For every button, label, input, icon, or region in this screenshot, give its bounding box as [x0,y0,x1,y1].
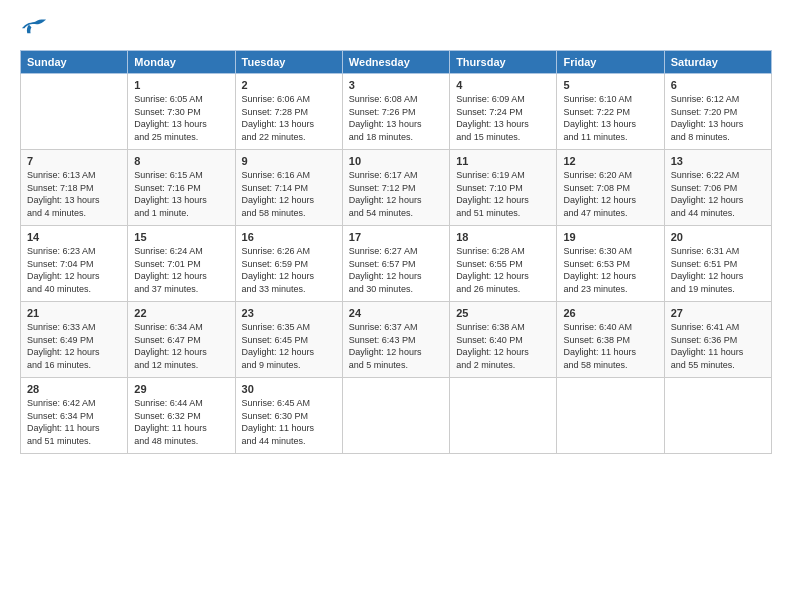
day-number: 18 [456,231,550,243]
calendar-cell: 11Sunrise: 6:19 AMSunset: 7:10 PMDayligh… [450,150,557,226]
calendar-cell: 26Sunrise: 6:40 AMSunset: 6:38 PMDayligh… [557,302,664,378]
header-cell-friday: Friday [557,51,664,74]
day-number: 27 [671,307,765,319]
day-info: Sunrise: 6:19 AMSunset: 7:10 PMDaylight:… [456,169,550,219]
week-row-2: 14Sunrise: 6:23 AMSunset: 7:04 PMDayligh… [21,226,772,302]
logo [20,18,52,40]
calendar-cell: 13Sunrise: 6:22 AMSunset: 7:06 PMDayligh… [664,150,771,226]
day-number: 28 [27,383,121,395]
day-info: Sunrise: 6:27 AMSunset: 6:57 PMDaylight:… [349,245,443,295]
day-number: 16 [242,231,336,243]
day-number: 4 [456,79,550,91]
calendar-cell [450,378,557,454]
week-row-3: 21Sunrise: 6:33 AMSunset: 6:49 PMDayligh… [21,302,772,378]
calendar-cell: 28Sunrise: 6:42 AMSunset: 6:34 PMDayligh… [21,378,128,454]
day-number: 7 [27,155,121,167]
day-info: Sunrise: 6:30 AMSunset: 6:53 PMDaylight:… [563,245,657,295]
calendar-cell [342,378,449,454]
day-number: 21 [27,307,121,319]
calendar-cell [21,74,128,150]
header-cell-sunday: Sunday [21,51,128,74]
week-row-4: 28Sunrise: 6:42 AMSunset: 6:34 PMDayligh… [21,378,772,454]
day-info: Sunrise: 6:09 AMSunset: 7:24 PMDaylight:… [456,93,550,143]
header-cell-wednesday: Wednesday [342,51,449,74]
day-info: Sunrise: 6:20 AMSunset: 7:08 PMDaylight:… [563,169,657,219]
day-number: 20 [671,231,765,243]
week-row-0: 1Sunrise: 6:05 AMSunset: 7:30 PMDaylight… [21,74,772,150]
calendar-cell: 15Sunrise: 6:24 AMSunset: 7:01 PMDayligh… [128,226,235,302]
logo-icon [20,18,48,40]
day-info: Sunrise: 6:13 AMSunset: 7:18 PMDaylight:… [27,169,121,219]
day-info: Sunrise: 6:42 AMSunset: 6:34 PMDaylight:… [27,397,121,447]
week-row-1: 7Sunrise: 6:13 AMSunset: 7:18 PMDaylight… [21,150,772,226]
page: SundayMondayTuesdayWednesdayThursdayFrid… [0,0,792,612]
day-number: 19 [563,231,657,243]
day-info: Sunrise: 6:37 AMSunset: 6:43 PMDaylight:… [349,321,443,371]
calendar-cell: 2Sunrise: 6:06 AMSunset: 7:28 PMDaylight… [235,74,342,150]
day-info: Sunrise: 6:40 AMSunset: 6:38 PMDaylight:… [563,321,657,371]
day-info: Sunrise: 6:33 AMSunset: 6:49 PMDaylight:… [27,321,121,371]
calendar-cell: 29Sunrise: 6:44 AMSunset: 6:32 PMDayligh… [128,378,235,454]
header-cell-monday: Monday [128,51,235,74]
header-cell-thursday: Thursday [450,51,557,74]
day-info: Sunrise: 6:44 AMSunset: 6:32 PMDaylight:… [134,397,228,447]
calendar-cell: 8Sunrise: 6:15 AMSunset: 7:16 PMDaylight… [128,150,235,226]
day-number: 30 [242,383,336,395]
day-info: Sunrise: 6:34 AMSunset: 6:47 PMDaylight:… [134,321,228,371]
calendar-cell: 30Sunrise: 6:45 AMSunset: 6:30 PMDayligh… [235,378,342,454]
day-number: 23 [242,307,336,319]
day-info: Sunrise: 6:23 AMSunset: 7:04 PMDaylight:… [27,245,121,295]
calendar-cell: 4Sunrise: 6:09 AMSunset: 7:24 PMDaylight… [450,74,557,150]
day-info: Sunrise: 6:16 AMSunset: 7:14 PMDaylight:… [242,169,336,219]
calendar-cell: 27Sunrise: 6:41 AMSunset: 6:36 PMDayligh… [664,302,771,378]
calendar-cell: 17Sunrise: 6:27 AMSunset: 6:57 PMDayligh… [342,226,449,302]
calendar-cell: 9Sunrise: 6:16 AMSunset: 7:14 PMDaylight… [235,150,342,226]
calendar-cell [557,378,664,454]
day-info: Sunrise: 6:12 AMSunset: 7:20 PMDaylight:… [671,93,765,143]
calendar-cell: 7Sunrise: 6:13 AMSunset: 7:18 PMDaylight… [21,150,128,226]
calendar-cell: 6Sunrise: 6:12 AMSunset: 7:20 PMDaylight… [664,74,771,150]
calendar-cell: 5Sunrise: 6:10 AMSunset: 7:22 PMDaylight… [557,74,664,150]
header-cell-saturday: Saturday [664,51,771,74]
day-number: 29 [134,383,228,395]
calendar-cell: 18Sunrise: 6:28 AMSunset: 6:55 PMDayligh… [450,226,557,302]
calendar-cell: 24Sunrise: 6:37 AMSunset: 6:43 PMDayligh… [342,302,449,378]
day-number: 10 [349,155,443,167]
calendar-cell: 22Sunrise: 6:34 AMSunset: 6:47 PMDayligh… [128,302,235,378]
calendar-cell: 23Sunrise: 6:35 AMSunset: 6:45 PMDayligh… [235,302,342,378]
day-info: Sunrise: 6:41 AMSunset: 6:36 PMDaylight:… [671,321,765,371]
day-number: 11 [456,155,550,167]
header-row: SundayMondayTuesdayWednesdayThursdayFrid… [21,51,772,74]
day-info: Sunrise: 6:28 AMSunset: 6:55 PMDaylight:… [456,245,550,295]
day-number: 12 [563,155,657,167]
day-info: Sunrise: 6:22 AMSunset: 7:06 PMDaylight:… [671,169,765,219]
day-number: 3 [349,79,443,91]
day-number: 1 [134,79,228,91]
calendar-cell: 16Sunrise: 6:26 AMSunset: 6:59 PMDayligh… [235,226,342,302]
calendar-cell: 1Sunrise: 6:05 AMSunset: 7:30 PMDaylight… [128,74,235,150]
day-number: 5 [563,79,657,91]
day-info: Sunrise: 6:08 AMSunset: 7:26 PMDaylight:… [349,93,443,143]
day-info: Sunrise: 6:31 AMSunset: 6:51 PMDaylight:… [671,245,765,295]
day-number: 26 [563,307,657,319]
day-info: Sunrise: 6:45 AMSunset: 6:30 PMDaylight:… [242,397,336,447]
calendar-cell: 12Sunrise: 6:20 AMSunset: 7:08 PMDayligh… [557,150,664,226]
calendar-table: SundayMondayTuesdayWednesdayThursdayFrid… [20,50,772,454]
day-number: 13 [671,155,765,167]
calendar-cell: 19Sunrise: 6:30 AMSunset: 6:53 PMDayligh… [557,226,664,302]
calendar-cell: 20Sunrise: 6:31 AMSunset: 6:51 PMDayligh… [664,226,771,302]
day-info: Sunrise: 6:24 AMSunset: 7:01 PMDaylight:… [134,245,228,295]
calendar-cell: 14Sunrise: 6:23 AMSunset: 7:04 PMDayligh… [21,226,128,302]
day-info: Sunrise: 6:17 AMSunset: 7:12 PMDaylight:… [349,169,443,219]
day-info: Sunrise: 6:26 AMSunset: 6:59 PMDaylight:… [242,245,336,295]
day-number: 14 [27,231,121,243]
calendar-cell: 3Sunrise: 6:08 AMSunset: 7:26 PMDaylight… [342,74,449,150]
day-info: Sunrise: 6:05 AMSunset: 7:30 PMDaylight:… [134,93,228,143]
day-number: 9 [242,155,336,167]
day-info: Sunrise: 6:06 AMSunset: 7:28 PMDaylight:… [242,93,336,143]
header-cell-tuesday: Tuesday [235,51,342,74]
day-info: Sunrise: 6:38 AMSunset: 6:40 PMDaylight:… [456,321,550,371]
day-number: 22 [134,307,228,319]
day-info: Sunrise: 6:10 AMSunset: 7:22 PMDaylight:… [563,93,657,143]
calendar-cell: 10Sunrise: 6:17 AMSunset: 7:12 PMDayligh… [342,150,449,226]
